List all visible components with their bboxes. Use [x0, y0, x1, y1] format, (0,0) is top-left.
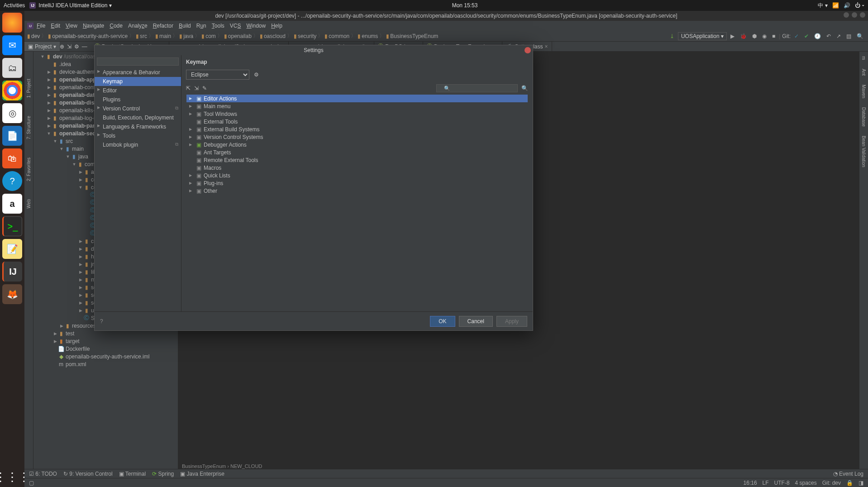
network-icon[interactable]: 📶: [832, 2, 839, 9]
status-icon[interactable]: ▢: [29, 480, 34, 486]
keymap-tree-row[interactable]: ▶▣Plug-ins: [186, 179, 528, 187]
settings-nav-item[interactable]: Plugins: [95, 95, 181, 104]
maximize-button[interactable]: [852, 12, 857, 18]
menu-code[interactable]: Code: [107, 22, 125, 30]
menu-file[interactable]: File: [34, 22, 48, 30]
dock-chrome[interactable]: [2, 81, 22, 100]
breadcrumb[interactable]: ▮dev〉▮openailab-security-auth-service〉▮s…: [27, 32, 438, 40]
menu-view[interactable]: View: [63, 22, 80, 30]
run-button[interactable]: ▶: [729, 33, 736, 40]
cancel-button[interactable]: Cancel: [459, 316, 493, 327]
debug-button[interactable]: 🐞: [738, 33, 749, 40]
keymap-tree-row[interactable]: ▶▣Version Control Systems: [186, 133, 528, 141]
git-revert-button[interactable]: ↶: [825, 33, 833, 40]
help-button[interactable]: ?: [100, 318, 103, 325]
git-branch[interactable]: Git: dev: [822, 480, 841, 486]
dialog-close-button[interactable]: [525, 47, 531, 53]
close-button[interactable]: [860, 12, 865, 18]
keymap-search-input[interactable]: [436, 84, 518, 92]
indent[interactable]: 4 spaces: [795, 480, 817, 486]
menu-analyze[interactable]: Analyze: [126, 22, 150, 30]
apply-button[interactable]: Apply: [496, 316, 527, 327]
tree-row[interactable]: mpom.xml: [33, 360, 178, 368]
ime-indicator[interactable]: 中 ▾: [818, 2, 827, 10]
dock-thunderbird[interactable]: ✉: [2, 35, 22, 55]
minimize-button[interactable]: [844, 12, 849, 18]
keymap-tree-row[interactable]: ▣External Tools: [186, 118, 528, 125]
settings-gear-icon[interactable]: ⚙: [74, 43, 79, 50]
gutter-structure[interactable]: 7: Structure: [26, 116, 31, 139]
dock-help[interactable]: ?: [2, 171, 22, 191]
menu-tools[interactable]: Tools: [210, 22, 227, 30]
gutter-ant[interactable]: Ant: [861, 69, 866, 76]
keymap-tree-row[interactable]: ▣Macros: [186, 164, 528, 172]
keymap-tree-row[interactable]: ▶▣Debugger Actions: [186, 141, 528, 148]
gutter-bean[interactable]: Bean Validation: [861, 136, 866, 167]
caret-pos[interactable]: 16:16: [744, 480, 757, 486]
keymap-tree[interactable]: ▶▣Editor Actions▶▣Main menu▶▣Tool Window…: [186, 94, 528, 308]
locate-icon[interactable]: ⊕: [60, 43, 64, 50]
settings-nav-item[interactable]: Build, Execution, Deployment: [95, 113, 181, 122]
keymap-scheme-select[interactable]: Eclipse: [186, 70, 249, 80]
gutter-maven[interactable]: Maven: [861, 85, 866, 98]
search-everywhere-button[interactable]: 🔍: [855, 33, 865, 40]
keymap-tree-row[interactable]: ▶▣External Build Systems: [186, 125, 528, 133]
settings-nav-item[interactable]: Version Control⧉: [95, 104, 181, 113]
gutter-project[interactable]: 1: Project: [26, 79, 31, 98]
editor-breadcrumb[interactable]: BusinessTypeEnum › NEW_CLOUD: [182, 463, 262, 469]
find-by-shortcut-icon[interactable]: 🔍: [521, 85, 528, 91]
git-push-button[interactable]: ↗: [835, 33, 843, 40]
tab-close-icon[interactable]: ×: [545, 43, 548, 50]
dock-libreoffice[interactable]: 📄: [2, 126, 22, 146]
keymap-tree-row[interactable]: ▶▣Tool Windows: [186, 110, 528, 118]
project-tool-tab[interactable]: ▣ Project ▾: [24, 42, 60, 51]
collapse-tree-icon[interactable]: ⇲: [194, 85, 199, 91]
dock-terminal[interactable]: >_: [2, 216, 22, 236]
activities-button[interactable]: Activities: [4, 2, 25, 9]
dock-rhythmbox[interactable]: ◎: [2, 103, 22, 123]
git-commit-button[interactable]: ✔: [802, 33, 811, 40]
line-sep[interactable]: LF: [763, 480, 769, 486]
gutter-web[interactable]: Web: [26, 199, 31, 208]
menu-window[interactable]: Window: [244, 22, 268, 30]
keymap-tree-row[interactable]: ▶▣Main menu: [186, 102, 528, 110]
settings-search-input[interactable]: [97, 57, 179, 66]
profile-button[interactable]: ◉: [760, 33, 768, 40]
collapse-icon[interactable]: ⇲: [67, 43, 72, 50]
menu-refactor[interactable]: Refactor: [151, 22, 176, 30]
mem-icon[interactable]: ◨: [858, 480, 863, 486]
settings-nav-item[interactable]: Languages & Frameworks: [95, 122, 181, 131]
jee-tab[interactable]: ▣ Java Enterprise: [180, 471, 224, 477]
keymap-tree-row[interactable]: ▶▣Other: [186, 187, 528, 195]
dock-firefox[interactable]: [2, 13, 22, 33]
tree-row[interactable]: 📄Dockerfile: [33, 345, 178, 353]
ok-button[interactable]: OK: [430, 316, 455, 327]
dock-show-apps[interactable]: ⋮⋮⋮: [2, 467, 22, 487]
stop-button[interactable]: ■: [770, 33, 777, 40]
spring-tab[interactable]: ⟳ Spring: [152, 471, 174, 477]
gutter-database[interactable]: Database: [861, 107, 866, 127]
gutter-favorites[interactable]: 2: Favorites: [26, 158, 31, 181]
settings-nav-item[interactable]: Lombok plugin⧉: [95, 140, 181, 149]
menu-help[interactable]: Help: [269, 22, 285, 30]
dock-gimp[interactable]: 🦊: [2, 284, 22, 304]
settings-nav-item[interactable]: Editor: [95, 86, 181, 95]
menu-build[interactable]: Build: [176, 22, 193, 30]
dock-intellij[interactable]: IJ: [2, 262, 22, 282]
keymap-tree-row[interactable]: ▶▣Editor Actions: [186, 95, 528, 102]
dock-software[interactable]: 🛍: [2, 148, 22, 168]
volume-icon[interactable]: 🔊: [844, 2, 850, 9]
todo-tab[interactable]: ☑ 6: TODO: [29, 471, 57, 477]
run-config-select[interactable]: UOSApplication ▾: [678, 32, 727, 40]
hide-icon[interactable]: —: [82, 43, 87, 50]
keymap-tree-row[interactable]: ▣Ant Targets: [186, 148, 528, 156]
gutter-m[interactable]: m: [861, 56, 866, 60]
menu-vcs[interactable]: VCS: [228, 22, 243, 30]
terminal-tab[interactable]: ▣ Terminal: [119, 471, 146, 477]
vcs-tab[interactable]: ↻ 9: Version Control: [63, 471, 113, 477]
keymap-tree-row[interactable]: ▶▣Quick Lists: [186, 172, 528, 179]
settings-nav-item[interactable]: Appearance & Behavior: [95, 68, 181, 77]
clock[interactable]: Mon 15:53: [112, 2, 818, 9]
git-update-button[interactable]: ✓: [792, 33, 801, 40]
lock-icon[interactable]: 🔒: [846, 480, 853, 486]
